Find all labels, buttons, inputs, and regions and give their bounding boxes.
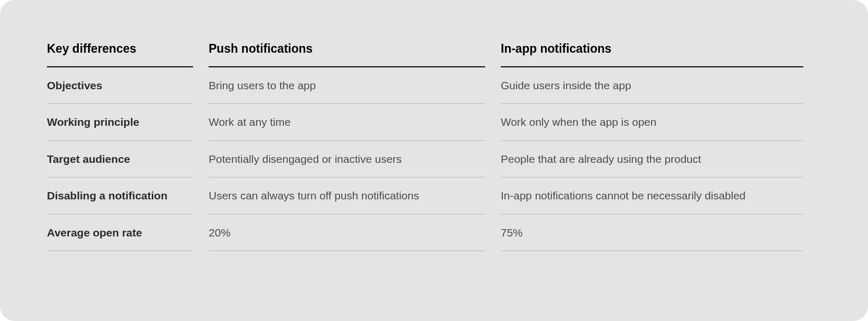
comparison-card: Key differences Objectives Working princ… [0, 0, 868, 321]
header-key-differences: Key differences [47, 42, 193, 67]
row-value: People that are already using the produc… [501, 141, 803, 177]
row-value: 20% [209, 215, 485, 251]
row-value: Potentially disengaged or inactive users [209, 141, 485, 177]
row-label: Working principle [47, 104, 193, 140]
row-label: Target audience [47, 141, 193, 177]
row-value: In-app notifications cannot be necessari… [501, 177, 803, 214]
row-label: Objectives [47, 67, 193, 104]
row-value: Guide users inside the app [501, 67, 803, 104]
header-inapp-notifications: In-app notifications [501, 42, 803, 67]
row-value: Work only when the app is open [501, 104, 803, 140]
row-label: Disabling a notification [47, 177, 193, 214]
header-push-notifications: Push notifications [209, 42, 485, 67]
row-label: Average open rate [47, 215, 193, 251]
column-push-notifications: Push notifications Bring users to the ap… [209, 42, 485, 251]
column-key-differences: Key differences Objectives Working princ… [47, 42, 193, 251]
row-value: Bring users to the app [209, 67, 485, 104]
row-value: Users can always turn off push notificat… [209, 177, 485, 214]
row-value: Work at any time [209, 104, 485, 140]
column-inapp-notifications: In-app notifications Guide users inside … [501, 42, 803, 251]
comparison-table: Key differences Objectives Working princ… [47, 42, 821, 251]
row-value: 75% [501, 215, 803, 251]
